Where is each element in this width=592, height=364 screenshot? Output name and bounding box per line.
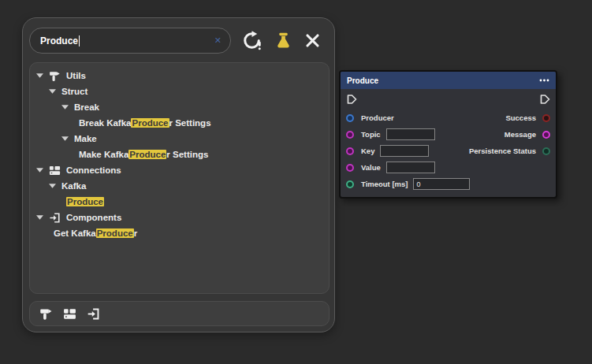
input-port[interactable] — [346, 147, 354, 155]
tree-item-label: Utils — [66, 71, 86, 80]
tree-item-result[interactable]: Produce — [30, 194, 329, 210]
node-title: Produce — [347, 76, 378, 85]
search-header: Produce ✕ — [29, 28, 326, 54]
tree-item-label: Kafka — [61, 181, 86, 191]
tree-item-make[interactable]: Make — [30, 131, 329, 147]
input-port-label: Topic — [361, 130, 381, 139]
output-port-label: Persistence Status — [469, 147, 536, 155]
caret-down-icon[interactable] — [49, 89, 56, 94]
node-outputs: SuccessMessagePersistence Status — [469, 110, 556, 159]
input-field-timeout-ms-[interactable] — [413, 178, 470, 190]
exec-out-pin[interactable] — [539, 94, 550, 105]
input-port[interactable] — [346, 180, 354, 188]
category-toolbar — [29, 301, 330, 326]
node-menu-icon[interactable] — [539, 79, 549, 82]
tree-item-struct[interactable]: Struct — [30, 84, 329, 99]
input-port-label: Key — [361, 147, 374, 155]
editor-canvas[interactable]: Produce ✕ UtilsStructBreakBreak Kafka Pr… — [0, 0, 592, 364]
exec-in-pin[interactable] — [346, 94, 357, 105]
utils-icon[interactable] — [39, 307, 53, 321]
tree-item-result[interactable]: Break Kafka Producer Settings — [30, 115, 329, 131]
caret-down-icon[interactable] — [61, 136, 69, 141]
input-port-label: Value — [361, 163, 381, 172]
search-input[interactable]: Produce ✕ — [29, 28, 231, 54]
tree-item-label: Break — [74, 102, 99, 112]
output-port-label: Message — [505, 130, 536, 139]
tree-item-break[interactable]: Break — [30, 99, 329, 115]
import-icon — [49, 212, 61, 224]
node-body: ProducerTopicKeyValueTimeout [ms] Succes… — [341, 89, 556, 197]
search-match-highlight: Produce — [66, 197, 104, 206]
output-port-label: Success — [505, 113, 536, 122]
result-text: r — [134, 228, 137, 238]
server-icon — [49, 165, 61, 176]
tree-item-connections[interactable]: Connections — [30, 162, 329, 178]
caret-down-icon[interactable] — [36, 168, 43, 173]
input-port[interactable] — [346, 164, 354, 172]
caret-down-icon[interactable] — [61, 105, 69, 110]
search-match-highlight: Produce — [131, 118, 169, 128]
input-field-topic[interactable] — [386, 128, 435, 140]
tree-item-result[interactable]: Make Kafka Producer Settings — [30, 147, 329, 162]
input-port[interactable] — [346, 131, 354, 139]
output-port[interactable] — [542, 131, 550, 139]
output-row-message: Message — [469, 126, 556, 143]
search-actions — [242, 31, 320, 50]
tree-item-kafka[interactable]: Kafka — [30, 178, 329, 194]
node-produce[interactable]: Produce ProducerTopicKeyValueTimeout [ms… — [339, 70, 557, 199]
input-port-label: Timeout [ms] — [361, 180, 408, 188]
node-search-panel: Produce ✕ UtilsStructBreakBreak Kafka Pr… — [22, 17, 335, 332]
input-row-timeout-ms-: Timeout [ms] — [341, 176, 556, 192]
tree-item-utils[interactable]: Utils — [30, 68, 329, 84]
result-text: Make Kafka — [79, 150, 128, 159]
caret-down-icon[interactable] — [36, 73, 43, 78]
caret-down-icon[interactable] — [49, 184, 56, 188]
search-match-highlight: Produce — [96, 228, 134, 238]
input-row-value: Value — [341, 159, 556, 176]
hammer-icon — [49, 70, 61, 82]
tree-item-components[interactable]: Components — [30, 210, 329, 225]
exec-row — [341, 89, 556, 110]
output-row-persistence-status: Persistence Status — [469, 143, 556, 159]
search-input-value: Produce — [40, 35, 78, 46]
search-match-highlight: Produce — [128, 150, 166, 159]
search-results-tree: UtilsStructBreakBreak Kafka Producer Set… — [29, 62, 330, 294]
connections-icon[interactable] — [63, 307, 76, 321]
input-port[interactable] — [346, 114, 354, 122]
tree-item-label: Components — [66, 213, 121, 222]
tree-item-label: Make — [74, 134, 97, 143]
input-field-value[interactable] — [386, 162, 435, 173]
result-text: r Settings — [166, 150, 208, 159]
output-port[interactable] — [542, 147, 550, 155]
clear-search-icon[interactable]: ✕ — [214, 36, 222, 45]
tree-item-result[interactable]: Get Kafka Producer — [30, 225, 329, 241]
close-icon[interactable] — [305, 33, 320, 48]
output-port[interactable] — [542, 114, 550, 122]
node-header[interactable]: Produce — [341, 72, 556, 89]
components-icon[interactable] — [87, 307, 100, 321]
flask-icon[interactable] — [275, 32, 292, 49]
text-cursor — [79, 35, 80, 46]
result-text: r Settings — [169, 118, 211, 128]
refresh-alert-icon[interactable] — [242, 31, 262, 50]
result-text: Break Kafka — [79, 118, 131, 128]
tree-item-label: Connections — [66, 165, 121, 175]
tree-item-label: Struct — [61, 87, 87, 96]
result-text: Get Kafka — [54, 228, 96, 238]
input-port-label: Producer — [361, 113, 394, 122]
caret-down-icon[interactable] — [36, 215, 43, 220]
input-field-key[interactable] — [380, 145, 429, 157]
output-row-success: Success — [469, 110, 556, 126]
